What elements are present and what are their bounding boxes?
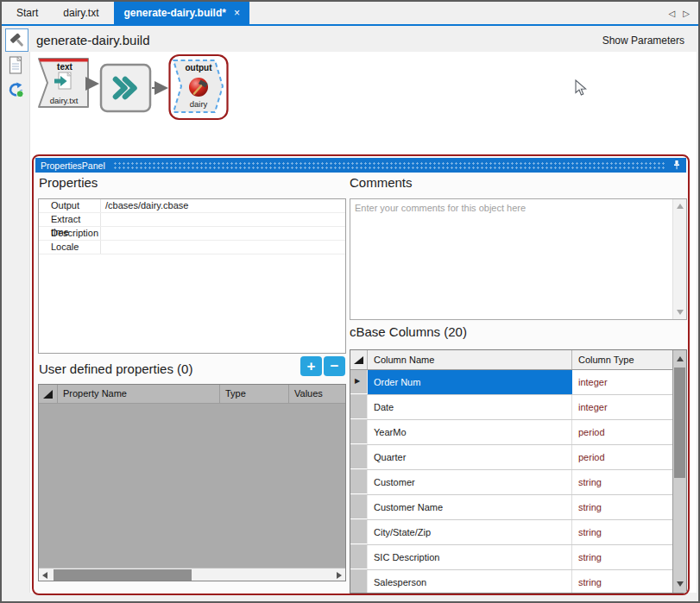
column-type-cell[interactable]: period (572, 420, 672, 444)
output-node-dairy[interactable]: output dairy (173, 60, 223, 112)
pin-icon[interactable] (672, 160, 681, 171)
property-row-locale[interactable]: Locale (39, 241, 345, 254)
udp-col-property-name[interactable]: Property Name (58, 385, 220, 403)
column-name-cell[interactable]: Order Num (368, 370, 572, 394)
row-marker-cell[interactable] (350, 545, 368, 569)
node-name-label: dairy (190, 99, 208, 109)
app-window: Start dairy.txt generate-dairy.build* × … (0, 0, 700, 603)
tab-scroll-right-icon[interactable]: ▷ (683, 9, 690, 18)
property-label: Description (39, 227, 101, 240)
table-row[interactable]: City/State/Zip string (350, 520, 672, 545)
property-value[interactable]: /cbases/dairy.cbase (101, 199, 188, 212)
build-tool-button[interactable] (5, 28, 28, 52)
table-row[interactable]: Salesperson string (350, 570, 672, 593)
cbase-vertical-scrollbar[interactable] (672, 350, 686, 593)
column-name-cell[interactable]: SIC Description (368, 545, 572, 569)
row-marker-cell[interactable] (350, 420, 368, 444)
cbase-columns-grid[interactable]: Column Name Column Type ▶ Order Num inte… (350, 349, 687, 594)
property-label: Extract time (39, 213, 101, 226)
column-type-cell[interactable]: string (572, 495, 672, 519)
add-property-button[interactable]: + (300, 356, 322, 376)
build-output-sphere-icon (189, 78, 208, 97)
column-name-cell[interactable]: Salesperson (368, 570, 572, 593)
udp-select-all-cell[interactable] (39, 385, 58, 403)
table-row[interactable]: YearMo period (350, 420, 672, 445)
build-flow-diagram: text dairy.txt output (30, 52, 669, 155)
column-type-cell[interactable]: string (572, 570, 672, 593)
property-value[interactable] (101, 241, 105, 254)
property-row-output[interactable]: Output /cbases/dairy.cbase (39, 199, 345, 213)
user-defined-properties-grid[interactable]: Property Name Type Values (38, 384, 346, 581)
column-type-cell[interactable]: string (572, 545, 672, 569)
row-marker-cell[interactable]: ▶ (350, 370, 368, 394)
show-parameters-link[interactable]: Show Parameters (602, 35, 684, 47)
remove-property-button[interactable]: − (324, 356, 345, 376)
scrollbar-thumb[interactable] (54, 569, 192, 581)
properties-panel-titlebar[interactable]: PropertiesPanel (35, 158, 686, 173)
udp-horizontal-scrollbar[interactable] (39, 568, 345, 581)
cbase-col-type-header[interactable]: Column Type (572, 350, 672, 369)
scroll-down-icon[interactable] (677, 581, 684, 587)
input-node-dairy-txt[interactable]: text dairy.txt (39, 59, 88, 107)
row-marker-cell[interactable] (350, 470, 368, 494)
table-row[interactable]: Customer Name string (350, 495, 672, 520)
properties-panel: PropertiesPanel Properties Output /cbase… (32, 154, 690, 595)
property-value[interactable] (101, 227, 105, 240)
tab-accent-line (2, 24, 698, 26)
close-tab-icon[interactable]: × (234, 2, 240, 24)
row-marker-cell[interactable] (350, 395, 368, 419)
property-row-description[interactable]: Description (39, 227, 345, 241)
row-marker-cell[interactable] (350, 445, 368, 469)
column-type-cell[interactable]: integer (572, 395, 672, 419)
column-name-cell[interactable]: Customer Name (368, 495, 572, 519)
scroll-up-icon[interactable] (677, 204, 684, 209)
udp-empty-body (39, 404, 345, 568)
comments-scrollbar[interactable] (672, 199, 686, 319)
scroll-right-icon[interactable] (337, 572, 342, 579)
column-name-cell[interactable]: City/State/Zip (368, 520, 572, 544)
row-marker-cell[interactable] (350, 570, 368, 593)
refresh-tool-button[interactable] (8, 81, 27, 100)
table-row[interactable]: Customer string (350, 470, 672, 495)
udp-col-type[interactable]: Type (220, 385, 289, 403)
property-value[interactable] (101, 213, 105, 226)
cbase-col-name-header[interactable]: Column Name (368, 350, 572, 369)
scroll-up-icon[interactable] (677, 356, 684, 361)
property-label: Locale (39, 241, 101, 254)
table-row[interactable]: Date integer (350, 395, 672, 420)
row-marker-cell[interactable] (350, 495, 368, 519)
column-type-cell[interactable]: integer (572, 370, 672, 394)
comments-input[interactable] (350, 199, 673, 319)
column-type-cell[interactable]: string (572, 470, 672, 494)
column-name-cell[interactable]: YearMo (368, 420, 572, 444)
tab-generate-dairy-build[interactable]: generate-dairy.build* × (114, 2, 249, 24)
table-row[interactable]: Quarter period (350, 445, 672, 470)
udp-col-values[interactable]: Values (289, 385, 345, 403)
tab-dairy-txt[interactable]: dairy.txt (54, 2, 108, 24)
row-marker-cell[interactable] (350, 520, 368, 544)
scroll-left-icon[interactable] (42, 572, 47, 579)
table-row[interactable]: ▶ Order Num integer (350, 370, 672, 395)
column-name-cell[interactable]: Quarter (368, 445, 572, 469)
scroll-down-icon[interactable] (677, 310, 684, 315)
scrollbar-thumb[interactable] (674, 367, 685, 478)
tab-scroll-left-icon[interactable]: ◁ (669, 9, 676, 18)
properties-grid[interactable]: Output /cbases/dairy.cbase Extract time … (38, 198, 346, 354)
column-name-cell[interactable]: Customer (368, 470, 572, 494)
current-row-arrow-icon: ▶ (355, 377, 360, 385)
cbase-select-all-cell[interactable] (350, 350, 368, 369)
process-node[interactable] (101, 65, 150, 111)
tab-start[interactable]: Start (7, 2, 47, 24)
column-type-cell[interactable]: period (572, 445, 672, 469)
comments-heading: Comments (350, 175, 413, 190)
column-name-cell[interactable]: Date (368, 395, 572, 419)
table-row[interactable]: SIC Description string (350, 545, 672, 570)
column-type-cell[interactable]: string (572, 520, 672, 544)
property-label: Output (39, 199, 101, 212)
node-type-label: text (57, 62, 73, 72)
user-defined-properties-heading: User defined properties (0) (39, 361, 192, 376)
cbase-header-row: Column Name Column Type (350, 350, 686, 370)
document-tool-button[interactable] (8, 56, 27, 75)
property-row-extract-time[interactable]: Extract time (39, 213, 345, 227)
tab-label: generate-dairy.build* (123, 2, 225, 24)
